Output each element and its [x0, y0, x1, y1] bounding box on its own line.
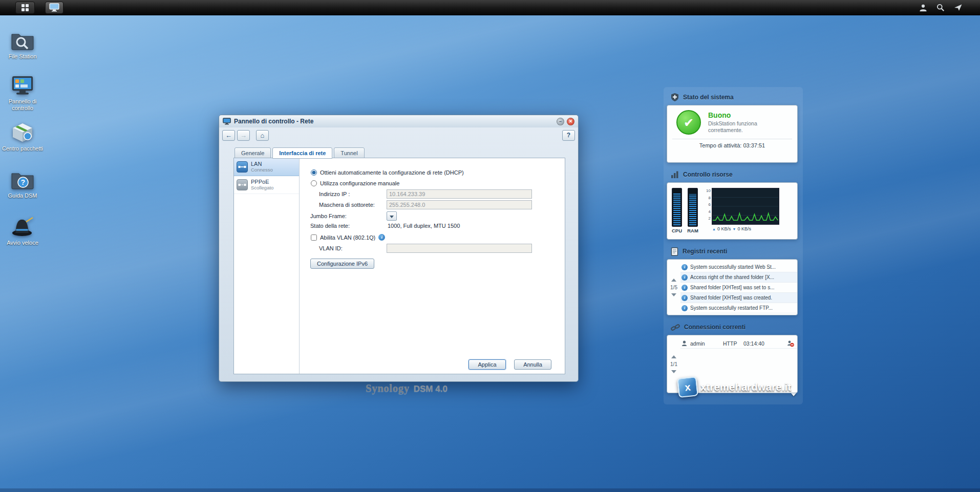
show-desktop-button[interactable]: [45, 2, 63, 14]
tab-generale[interactable]: Generale: [235, 147, 271, 158]
home-button[interactable]: ⌂: [256, 130, 269, 141]
log-row[interactable]: i System successfully started Web St...: [680, 262, 797, 272]
forward-button[interactable]: →: [237, 130, 250, 141]
desktop-icon-file-station[interactable]: File Station: [0, 30, 45, 60]
system-status-header[interactable]: Stato del sistema: [671, 91, 798, 103]
network-speed-readout: ▲ 0 KB/s ▼ 0 KB/s: [712, 226, 793, 231]
log-info-icon: i: [681, 274, 688, 281]
disconnect-user-button[interactable]: [787, 340, 794, 347]
taskbar-right-tray: [917, 2, 965, 14]
cancel-button[interactable]: Annulla: [514, 359, 551, 370]
system-status-panel: ✔ Buono DiskStation funziona correttamen…: [667, 105, 798, 163]
connection-row[interactable]: admin HTTP 03:14:40: [680, 338, 797, 349]
connections-page-indicator: 1/1: [670, 361, 677, 367]
vlan-id-input[interactable]: [387, 244, 532, 253]
desktop-icon-label: Centro pacchetti: [2, 145, 43, 152]
desktop-icon-quick-start[interactable]: Avvio veloce: [0, 216, 45, 246]
tab-strip: Generale Interfaccia di rete Tunnel: [235, 147, 366, 158]
logs-pager: 1/5: [667, 260, 680, 315]
interface-item-lan[interactable]: LAN Connesso: [234, 158, 299, 176]
enable-vlan-checkbox[interactable]: [311, 234, 317, 241]
control-panel-icon: [10, 75, 35, 96]
current-connections-header[interactable]: Connessioni correnti: [671, 321, 798, 333]
dhcp-radio[interactable]: [311, 169, 317, 176]
recent-logs-header[interactable]: Registri recenti: [671, 245, 798, 258]
desktop-icon-label: File Station: [8, 53, 36, 60]
log-info-icon: i: [681, 305, 688, 311]
jumbo-frame-select[interactable]: [387, 211, 397, 221]
user-account-button[interactable]: [917, 2, 930, 14]
recent-logs-panel: 1/5 i System successfully started Web St…: [667, 259, 798, 315]
enable-vlan-label: Abilita VLAN (802.1Q): [320, 234, 375, 241]
link-icon: [671, 323, 680, 331]
current-connections-title: Connessioni correnti: [684, 324, 745, 331]
manual-config-radio[interactable]: [311, 180, 317, 186]
document-icon: [671, 247, 678, 256]
tab-interfaccia-di-rete[interactable]: Interfaccia di rete: [272, 147, 332, 159]
bar-chart-icon: [671, 170, 679, 179]
vlan-id-label: VLAN ID:: [319, 245, 384, 251]
logs-page-up-button[interactable]: [671, 279, 676, 282]
interface-list: LAN Connesso PPPoE Scollegato: [234, 158, 300, 374]
log-row[interactable]: i System successfully restarted FTP...: [680, 303, 797, 313]
subnet-mask-input[interactable]: [387, 200, 532, 209]
resource-monitor-panel: CPU RAM 10 8 6 4 2: [667, 182, 798, 240]
form-footer-buttons: Applica Annulla: [468, 359, 551, 370]
connections-page-up-button[interactable]: [671, 355, 676, 358]
paper-plane-icon: [954, 3, 963, 12]
disconnect-icon: [787, 340, 794, 347]
log-info-icon: i: [681, 285, 688, 291]
uptime-text: Tempo di attività: 03:37:51: [672, 142, 792, 148]
connection-time: 03:14:40: [743, 340, 764, 347]
connections-page-down-button[interactable]: [671, 370, 676, 373]
logs-page-down-button[interactable]: [671, 293, 676, 296]
log-row[interactable]: i Shared folder [XHTest] was created.: [680, 293, 797, 303]
log-row[interactable]: i Shared folder [XHTest] was set to s...: [680, 283, 797, 293]
close-button[interactable]: ✕: [567, 118, 574, 125]
window-title-icon: [223, 118, 231, 125]
search-icon: [936, 3, 945, 12]
log-text: System successfully started Web St...: [690, 264, 776, 270]
resource-monitor-title: Controllo risorse: [683, 171, 733, 178]
interface-status: Scollegato: [251, 185, 273, 190]
status-ok-icon: ✔: [676, 110, 701, 135]
interface-item-pppoe[interactable]: PPPoE Scollegato: [234, 176, 299, 194]
main-menu-button[interactable]: [15, 2, 35, 14]
apply-button[interactable]: Applica: [468, 359, 506, 370]
subnet-mask-label: Maschera di sottorete:: [319, 202, 384, 208]
pilot-view-button[interactable]: [951, 2, 965, 14]
package-center-icon: [10, 122, 35, 143]
connection-user-icon: [681, 340, 687, 347]
dsm-version-text: DSM 4.0: [414, 384, 448, 394]
desktop-icon-control-panel[interactable]: Pannello di controllo: [0, 75, 45, 111]
system-status-title: Stato del sistema: [683, 94, 734, 101]
recent-logs-title: Registri recenti: [683, 248, 727, 255]
resource-monitor-header[interactable]: Controllo risorse: [671, 168, 798, 181]
file-station-icon: [10, 30, 35, 51]
lan-icon: [237, 161, 248, 173]
upload-arrow-icon: ▲: [712, 227, 716, 231]
ipv6-config-button[interactable]: Configurazione IPv6: [310, 259, 374, 269]
minimize-button[interactable]: –: [557, 118, 564, 125]
desktop-icon-dsm-help[interactable]: ? Guida DSM: [0, 169, 45, 199]
interface-status: Connesso: [251, 167, 273, 173]
log-text: Shared folder [XHTest] was created.: [690, 295, 772, 301]
shield-icon: [671, 93, 679, 102]
tab-tunnel[interactable]: Tunnel: [334, 147, 364, 158]
network-graph: [712, 188, 779, 225]
desktop-icon-package-center[interactable]: Centro pacchetti: [0, 122, 45, 152]
log-row[interactable]: i Access right of the shared folder [X..…: [680, 272, 797, 283]
download-speed: 0 KB/s: [737, 226, 751, 231]
search-button[interactable]: [934, 2, 947, 14]
help-button[interactable]: ?: [562, 130, 575, 141]
magic-hat-icon: [10, 216, 35, 238]
synology-watermark: Synology DSM 4.0: [366, 382, 448, 395]
dhcp-radio-label: Ottieni automaticamente la configurazion…: [320, 169, 464, 176]
divider: [672, 139, 792, 139]
ip-address-input[interactable]: [387, 189, 532, 199]
widgets-collapse-button[interactable]: [790, 391, 798, 398]
window-titlebar[interactable]: Pannello di controllo - Rete – ✕: [219, 115, 578, 127]
back-button[interactable]: ←: [222, 130, 235, 141]
xtremehardware-watermark: x xtremehardware.it: [678, 377, 791, 397]
vlan-info-icon[interactable]: i: [378, 234, 385, 241]
